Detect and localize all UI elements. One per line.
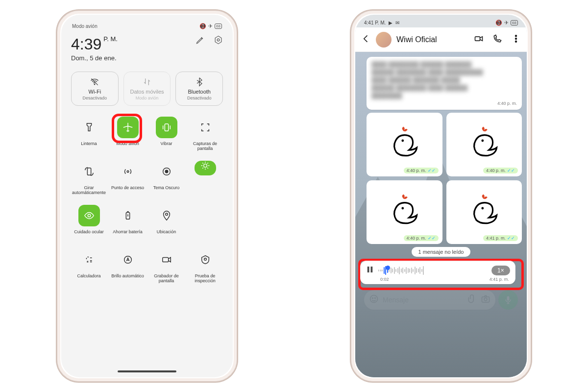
read-ticks-icon: ✓✓ bbox=[507, 168, 515, 173]
svg-point-8 bbox=[88, 214, 91, 217]
tile-screen-record[interactable]: Grabador de pantalla bbox=[148, 249, 184, 284]
tile-data-caption: Modo avión bbox=[136, 96, 159, 100]
voice-call-icon[interactable] bbox=[492, 34, 502, 46]
message-time: 4:40 p. m. bbox=[371, 101, 517, 106]
tile-location[interactable]: Ubicación bbox=[148, 205, 184, 234]
sticker-bird-heart bbox=[369, 116, 439, 173]
video-call-icon[interactable] bbox=[474, 34, 484, 46]
tile-auto-rotate[interactable]: Girar automáticamente bbox=[71, 161, 107, 196]
svg-point-7 bbox=[203, 164, 207, 168]
status-time: 4:41 P. M. bbox=[364, 20, 386, 25]
contact-name[interactable]: Wiwi Oficial bbox=[396, 35, 469, 44]
tile-battery-saver[interactable]: Ahorrar batería bbox=[110, 205, 146, 234]
tile-bt-label: Bluetooth bbox=[188, 89, 210, 95]
tile-dark-theme[interactable]: Tema Oscuro bbox=[148, 161, 184, 190]
airplane-icon: ✈ bbox=[504, 20, 509, 26]
svg-rect-3 bbox=[87, 168, 91, 175]
gesture-bar[interactable] bbox=[118, 370, 176, 372]
tile-wifi-caption: Desactivado bbox=[83, 96, 107, 100]
battery-icon: 68 bbox=[215, 24, 222, 29]
play-icon: ▶ bbox=[389, 20, 392, 25]
sticker-message[interactable]: 4:41 p. m.✓✓ bbox=[446, 180, 522, 244]
unread-banner: 1 mensaje no leído bbox=[412, 247, 471, 257]
tile-airplane-mode[interactable]: Modo avión bbox=[110, 117, 146, 146]
sticker-bird-heart bbox=[369, 183, 439, 241]
svg-rect-2 bbox=[165, 124, 168, 131]
screen-quick-settings: Modo avión 📵 ✈ 68 4:39P. M. Dom., 5 de e… bbox=[61, 15, 233, 377]
tile-wifi-label: Wi-Fi bbox=[89, 89, 101, 95]
status-icons: 📵 ✈ 68 bbox=[199, 23, 222, 29]
voice-elapsed: 0:02 bbox=[380, 277, 389, 282]
tile-inspection[interactable]: Prueba de inspección bbox=[187, 249, 223, 284]
clock-block: 4:39P. M. Dom., 5 de ene. bbox=[71, 35, 118, 62]
tile-bluetooth[interactable]: Bluetooth Desactivado bbox=[175, 72, 223, 106]
svg-point-21 bbox=[481, 207, 484, 209]
read-ticks-icon: ✓✓ bbox=[507, 236, 515, 241]
svg-point-10 bbox=[165, 213, 168, 216]
svg-point-6 bbox=[165, 170, 168, 173]
signal-off-icon: 📵 bbox=[495, 20, 502, 26]
voice-waveform[interactable] bbox=[378, 265, 488, 276]
svg-rect-22 bbox=[368, 267, 369, 272]
airplane-icon: ✈ bbox=[208, 23, 213, 29]
svg-point-1 bbox=[94, 84, 95, 85]
read-ticks-icon: ✓✓ bbox=[428, 236, 436, 241]
whatsapp-status-icon: ✉ bbox=[395, 20, 399, 25]
tile-vibrate[interactable]: Vibrar bbox=[148, 117, 184, 146]
tile-data-label: Datos móviles bbox=[130, 89, 164, 95]
svg-point-19 bbox=[481, 139, 484, 142]
brightness-slider[interactable] bbox=[195, 161, 216, 175]
avatar[interactable] bbox=[376, 32, 392, 48]
back-icon[interactable] bbox=[361, 34, 371, 46]
menu-icon[interactable] bbox=[511, 34, 521, 46]
phone-quick-settings: Modo avión 📵 ✈ 68 4:39P. M. Dom., 5 de e… bbox=[56, 10, 238, 382]
tile-screenshot[interactable]: Capturas de pantalla bbox=[187, 117, 223, 151]
svg-rect-23 bbox=[371, 267, 373, 272]
phone-whatsapp: 4:41 P. M. ▶ ✉ 📵 ✈ 68 Wiwi Oficial bbox=[350, 10, 532, 382]
svg-point-16 bbox=[515, 38, 517, 39]
sticker-bird-heart bbox=[449, 116, 519, 173]
chat-header: Wiwi Oficial bbox=[355, 27, 527, 52]
text-message-outgoing[interactable]: ████ ████████ ██████ █████████████ █████… bbox=[367, 57, 522, 110]
svg-point-13 bbox=[204, 258, 206, 261]
svg-point-18 bbox=[402, 139, 404, 142]
screen-whatsapp: 4:41 P. M. ▶ ✉ 📵 ✈ 68 Wiwi Oficial bbox=[355, 15, 527, 377]
sticker-grid: 4:40 p. m.✓✓ 4:40 p. m.✓✓ 4:40 p. m.✓✓ bbox=[367, 113, 522, 244]
blurred-text: ████ ████████ ██████ █████████████ █████… bbox=[371, 61, 517, 100]
voice-time: 4:41 p. m. bbox=[490, 277, 509, 282]
sticker-message[interactable]: 4:40 p. m.✓✓ bbox=[446, 113, 522, 176]
svg-rect-12 bbox=[162, 257, 168, 262]
settings-hex-icon[interactable] bbox=[214, 35, 223, 47]
tile-bt-caption: Desactivado bbox=[187, 96, 212, 100]
clock-time: 4:39P. M. bbox=[71, 35, 118, 53]
tile-calculator[interactable]: Calculadora bbox=[71, 249, 107, 278]
sticker-message[interactable]: 4:40 p. m.✓✓ bbox=[367, 113, 442, 176]
sticker-message[interactable]: 4:40 p. m.✓✓ bbox=[367, 180, 442, 244]
chat-body[interactable]: ████ ████████ ██████ █████████████ █████… bbox=[355, 52, 527, 377]
sticker-bird-heart bbox=[449, 183, 519, 241]
status-label: Modo avión bbox=[72, 24, 98, 29]
svg-point-17 bbox=[515, 41, 517, 42]
playback-speed-button[interactable]: 1× bbox=[491, 266, 510, 275]
svg-point-20 bbox=[402, 207, 404, 209]
status-bar: 4:41 P. M. ▶ ✉ 📵 ✈ 68 bbox=[355, 15, 527, 27]
tile-mobile-data[interactable]: Datos móviles Modo avión bbox=[123, 72, 171, 106]
svg-point-0 bbox=[217, 39, 220, 41]
edit-icon[interactable] bbox=[196, 35, 205, 47]
voice-message-incoming[interactable]: 1× 0:02 4:41 p. m. bbox=[360, 261, 515, 284]
highlight-airplane bbox=[112, 114, 142, 143]
signal-off-icon: 📵 bbox=[199, 23, 206, 29]
status-bar: Modo avión 📵 ✈ 68 bbox=[61, 15, 233, 31]
clock-date: Dom., 5 de ene. bbox=[71, 54, 118, 62]
tile-flashlight[interactable]: Linterna bbox=[71, 117, 107, 146]
battery-icon: 68 bbox=[511, 20, 518, 25]
tile-wifi[interactable]: Wi-Fi Desactivado bbox=[71, 72, 119, 106]
svg-point-15 bbox=[515, 35, 517, 36]
svg-rect-14 bbox=[475, 36, 480, 40]
read-ticks-icon: ✓✓ bbox=[428, 168, 436, 173]
tile-auto-brightness[interactable]: Brillo automático bbox=[110, 249, 146, 278]
tile-eye-care[interactable]: Cuidado ocular bbox=[71, 205, 107, 234]
pause-icon[interactable] bbox=[366, 265, 374, 276]
tile-hotspot[interactable]: Punto de acceso bbox=[110, 161, 146, 190]
svg-point-4 bbox=[127, 171, 129, 172]
